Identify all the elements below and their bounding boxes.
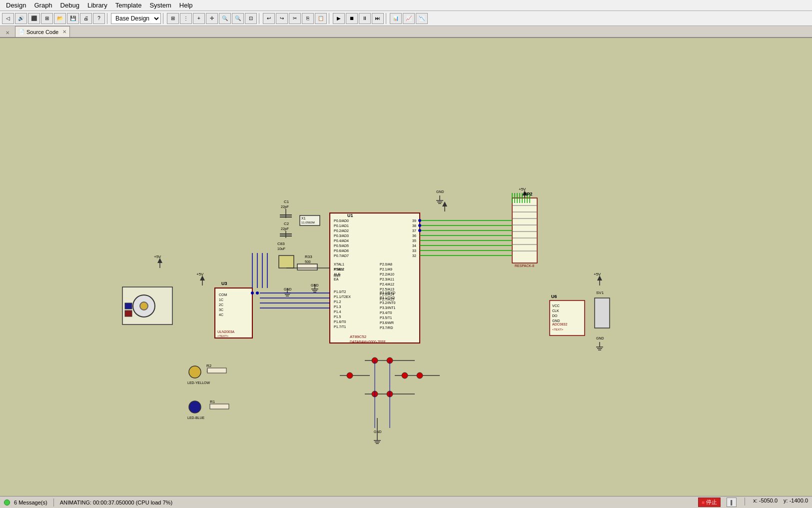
menu-graph[interactable]: Graph — [30, 0, 56, 10]
svg-rect-1 — [330, 213, 420, 343]
toolbar-stop[interactable]: ⏹ — [346, 13, 358, 24]
svg-rect-69 — [125, 303, 132, 309]
svg-text:RST: RST — [334, 274, 341, 278]
toolbar-btn-5[interactable]: 📂 — [54, 13, 66, 24]
subtitle: 更多资料请关注公众号：极寒钛 — [308, 126, 504, 144]
schematic-canvas-area[interactable]: 智能雨刷器 更多资料请关注公众号：极寒钛 LCD1602 Water: 1% M… — [0, 38, 812, 496]
vcc-symbol-2: +5V — [196, 272, 205, 286]
svg-text:P2.4/A12: P2.4/A12 — [380, 282, 394, 286]
svg-text:P2.2/A10: P2.2/A10 — [380, 272, 394, 276]
toolbar-sep-5 — [386, 13, 388, 24]
svg-text:AT89C52: AT89C52 — [350, 334, 367, 339]
toolbar-cut[interactable]: ✂ — [289, 13, 301, 24]
status-sep-1 — [53, 498, 54, 506]
svg-text:36: 36 — [412, 234, 416, 238]
toolbar-btn-7[interactable]: 🖨 — [80, 13, 92, 24]
svg-point-156 — [417, 372, 423, 378]
svg-text:XTAL1: XTAL1 — [334, 262, 344, 266]
svg-text:P1.0/T2: P1.0/T2 — [334, 290, 346, 294]
toolbar-sep-4 — [329, 13, 331, 24]
svg-point-67 — [133, 295, 155, 317]
toolbar-play[interactable]: ▶ — [333, 13, 345, 24]
svg-rect-146 — [210, 404, 229, 409]
capacitor-c1: C1 22pF — [280, 200, 292, 218]
stop-button[interactable]: ■ 停止 — [698, 498, 721, 507]
coord-y: y: -1400.0 — [784, 498, 808, 507]
svg-text:33: 33 — [412, 249, 416, 252]
svg-text:100: 100 — [206, 369, 212, 372]
source-code-tab[interactable]: 📄 Source Code ✕ — [15, 26, 70, 37]
lcd-label: LCD1602 — [617, 148, 697, 155]
tab-close-button[interactable]: ✕ — [62, 29, 66, 34]
toolbar-copy[interactable]: ⎘ — [302, 13, 314, 24]
lcd-line-2: H: 60% L: 10% — [624, 171, 690, 179]
toolbar-cross[interactable]: ✛ — [206, 13, 218, 24]
toolbar-sep-1 — [107, 13, 109, 24]
menu-design[interactable]: Design — [2, 0, 30, 10]
toolbar-btn-3[interactable]: ⬛ — [28, 13, 40, 24]
toolbar-graph3[interactable]: 📉 — [416, 13, 428, 24]
svg-rect-39 — [300, 216, 320, 226]
toolbar-undo[interactable]: ↩ — [263, 13, 275, 24]
toolbar-btn-2[interactable]: 🔊 — [15, 13, 27, 24]
tab-area-close[interactable]: ✕ — [4, 29, 11, 36]
menu-system[interactable]: System — [145, 0, 175, 10]
toolbar-zoom-fit[interactable]: ⊡ — [245, 13, 257, 24]
menu-debug[interactable]: Debug — [56, 0, 83, 10]
button-speed — [395, 372, 440, 378]
toolbar-graph1[interactable]: 📊 — [390, 13, 402, 24]
toolbar-btn-help[interactable]: ? — [93, 13, 105, 24]
svg-point-160 — [372, 391, 378, 397]
toolbar-paste[interactable]: 📋 — [315, 13, 327, 24]
menu-template[interactable]: Template — [111, 0, 146, 10]
svg-text:11.0592M: 11.0592M — [301, 221, 315, 224]
svg-text:P0.2/AD2: P0.2/AD2 — [334, 229, 349, 232]
toolbar-plus[interactable]: + — [193, 13, 205, 24]
svg-text:VCC: VCC — [552, 304, 560, 308]
svg-text:C83: C83 — [277, 242, 285, 246]
svg-text:P3.1/TXD: P3.1/TXD — [380, 296, 395, 300]
toolbar-pause[interactable]: ⏸ — [359, 13, 371, 24]
svg-text:P0.4/AD4: P0.4/AD4 — [334, 239, 349, 242]
toolbar-dots[interactable]: ⋮ — [180, 13, 192, 24]
svg-text:ALE: ALE — [334, 272, 341, 276]
toolbar-btn-6[interactable]: 💾 — [67, 13, 79, 24]
pause-button[interactable]: ‖ — [727, 498, 737, 507]
toolbar-step[interactable]: ⏭ — [372, 13, 384, 24]
menu-library[interactable]: Library — [83, 0, 111, 10]
svg-text:+5V: +5V — [519, 187, 526, 192]
svg-text:ULN2003A: ULN2003A — [217, 330, 235, 334]
toolbar-graph2[interactable]: 📈 — [403, 13, 415, 24]
svg-text:1C: 1C — [219, 298, 223, 302]
mcu-chip: AT89C52 DATARAM=0000-7FFF P0.0/AD0 P0.1/… — [330, 213, 420, 344]
svg-point-155 — [402, 372, 408, 378]
svg-text:2C: 2C — [219, 303, 223, 306]
tab-close-area: ✕ — [2, 28, 15, 37]
toolbar-zoom-in[interactable]: 🔍 — [219, 13, 231, 24]
toolbar-design-dropdown[interactable]: Base Design — [111, 13, 161, 24]
svg-text:X1: X1 — [301, 216, 306, 220]
toolbar-btn-1[interactable]: ◁ — [2, 13, 14, 24]
gnd-symbol-2: GND — [311, 284, 319, 292]
left-edge-panel[interactable] — [0, 221, 4, 251]
svg-text:GND: GND — [596, 336, 604, 340]
svg-text:P2.0/A8: P2.0/A8 — [380, 262, 392, 266]
svg-text:U1: U1 — [347, 213, 353, 218]
lcd-line-1: Water: 1% M 0 2 — [624, 162, 690, 170]
vcc-symbol-1: +5V — [154, 254, 162, 268]
svg-text:RESPACK-8: RESPACK-8 — [515, 264, 534, 268]
svg-text:38: 38 — [412, 224, 416, 228]
status-sep-2 — [745, 498, 745, 506]
svg-text:RP2: RP2 — [524, 192, 533, 196]
svg-text:+5V: +5V — [154, 254, 161, 259]
func-buttons-label: 功能按键 — [325, 423, 381, 442]
svg-text:500: 500 — [305, 260, 311, 264]
svg-text:+5V: +5V — [196, 272, 204, 276]
adc0832: ADC0832 <TEXT> VCC CLK DO GND — [550, 300, 585, 336]
toolbar-redo[interactable]: ↪ — [276, 13, 288, 24]
toolbar-grid[interactable]: ⊞ — [167, 13, 179, 24]
toolbar-zoom-out[interactable]: 🔍 — [232, 13, 244, 24]
toolbar-btn-4[interactable]: ⊞ — [41, 13, 53, 24]
menu-help[interactable]: Help — [175, 0, 197, 10]
toolbar-sep-2 — [163, 13, 165, 24]
